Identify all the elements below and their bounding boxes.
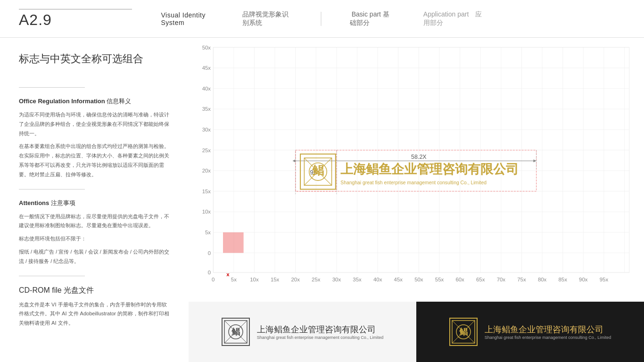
logo-cn-dark: 上海鲳鱼企业管理咨询有限公司	[485, 324, 611, 335]
svg-text:75x: 75x	[517, 277, 526, 282]
svg-text:10x: 10x	[202, 209, 211, 214]
header-separator	[321, 12, 322, 26]
svg-text:鲳: 鲳	[459, 327, 468, 337]
svg-text:45x: 45x	[394, 277, 403, 282]
att-body-3: 报纸 / 电视广告 / 宣传 / 包装 / 会议 / 新闻发布会 / 公司内外部…	[19, 247, 170, 266]
divider-1	[19, 87, 85, 88]
logo-cn-light: 上海鲳鱼企业管理咨询有限公司	[257, 324, 384, 335]
brand-cn-label: 品牌视觉形象识别系统	[242, 10, 293, 27]
app-part-label: Application part 应用部分	[423, 10, 483, 27]
svg-text:鲳: 鲳	[312, 164, 324, 177]
basic-part-label: Basic part基础部分	[350, 10, 395, 27]
header: A2.9 Visual Identity System 品牌视觉形象识别系统 B…	[0, 0, 644, 38]
svg-text:20x: 20x	[291, 277, 300, 282]
svg-text:55x: 55x	[435, 277, 444, 282]
logo-text-light: 上海鲳鱼企业管理咨询有限公司 Shanghai great fish enter…	[257, 324, 384, 340]
divider-2	[19, 189, 85, 189]
logo-text-dark: 上海鲳鱼企业管理咨询有限公司 Shanghai great fish enter…	[485, 324, 611, 340]
grid-diagram: 50x 45x 40x 35x 30x 25x 20x 15x 10x 5x 0…	[193, 42, 635, 297]
svg-text:90x: 90x	[579, 277, 588, 282]
svg-text:80x: 80x	[538, 277, 547, 282]
svg-text:65x: 65x	[476, 277, 485, 282]
svg-rect-66	[223, 232, 244, 253]
left-panel: 标志与中英文全称可选组合 Office Regulation Informati…	[0, 38, 189, 362]
svg-text:40x: 40x	[373, 277, 382, 282]
svg-text:10x: 10x	[250, 277, 259, 282]
cdrom-title: CD-ROM file 光盘文件	[19, 286, 170, 296]
bottom-logos: 鲳 上海鲳鱼企业管理咨询有限公司 Shanghai great fish ent…	[189, 302, 644, 362]
svg-text:20x: 20x	[202, 168, 211, 173]
divider-3	[19, 276, 85, 276]
logo-en-light: Shanghai great fish enterprise managemen…	[257, 335, 384, 340]
body-text-2: 在基本要素组合系统中出现的组合形式均经过严格的测算与检验。在实际应用中，标志的位…	[19, 142, 170, 179]
svg-text:40x: 40x	[202, 86, 211, 91]
logo-light-version: 鲳 上海鲳鱼企业管理咨询有限公司 Shanghai great fish ent…	[189, 302, 416, 362]
svg-text:50x: 50x	[414, 277, 423, 282]
office-title: Office Regulation Information 信息释义	[19, 97, 170, 106]
attentions-title: Attentions 注意事项	[19, 199, 170, 207]
header-left: A2.9	[19, 9, 132, 29]
att-body-2: 标志使用环境包括但不限于：	[19, 234, 170, 244]
svg-text:x: x	[226, 272, 230, 277]
svg-text:鲳: 鲳	[231, 327, 240, 337]
svg-text:35x: 35x	[353, 277, 362, 282]
svg-text:58.2X: 58.2X	[411, 154, 427, 160]
body-text-1: 为适应不同使用场合与环境，确保信息传达的清晰与准确，特设计了企业品牌的多种组合，…	[19, 110, 170, 138]
svg-text:上海鲳鱼企业管理咨询有限公司: 上海鲳鱼企业管理咨询有限公司	[340, 162, 519, 176]
right-panel: 50x 45x 40x 35x 30x 25x 20x 15x 10x 5x 0…	[189, 38, 644, 302]
section-title: 标志与中英文全称可选组合	[19, 52, 170, 73]
svg-text:15x: 15x	[271, 277, 280, 282]
page-number: A2.9	[19, 11, 132, 29]
svg-text:45x: 45x	[202, 65, 211, 71]
svg-text:Shanghai great fish enterprise: Shanghai great fish enterprise managemen…	[340, 180, 487, 185]
svg-text:35x: 35x	[202, 106, 211, 112]
svg-text:70x: 70x	[497, 277, 506, 282]
svg-text:0: 0	[208, 270, 211, 275]
svg-text:30x: 30x	[202, 127, 211, 132]
svg-text:50x: 50x	[202, 45, 211, 50]
svg-text:0: 0	[212, 277, 215, 282]
svg-text:15x: 15x	[202, 189, 211, 194]
svg-text:30x: 30x	[332, 277, 341, 282]
logo-icon-dark: 鲳	[449, 318, 478, 346]
cd-body: 光盘文件是本 VI 手册电子文件的集合，内含手册制作时的专用软件格式文件。其中 …	[19, 300, 170, 328]
svg-text:60x: 60x	[455, 277, 464, 282]
svg-text:5x: 5x	[231, 277, 237, 282]
logo-dark-version: 鲳 上海鲳鱼企业管理咨询有限公司 Shanghai great fish ent…	[416, 302, 644, 362]
svg-text:95x: 95x	[600, 277, 609, 282]
svg-text:25x: 25x	[202, 148, 211, 153]
svg-text:25x: 25x	[312, 277, 321, 282]
header-line	[19, 9, 132, 9]
header-center: Visual Identity System 品牌视觉形象识别系统 Basic …	[161, 10, 483, 27]
att-body-1: 在一般情况下使用品牌标志，应尽量使用提供的光盘电子文件，不建议使用标准制图绘制标…	[19, 212, 170, 231]
vis-system-label: Visual Identity System	[161, 11, 215, 26]
svg-text:0: 0	[208, 250, 211, 256]
svg-text:5x: 5x	[205, 230, 211, 235]
svg-text:85x: 85x	[558, 277, 567, 282]
logo-en-dark: Shanghai great fish enterprise managemen…	[485, 335, 611, 340]
logo-icon-light: 鲳	[222, 318, 250, 346]
